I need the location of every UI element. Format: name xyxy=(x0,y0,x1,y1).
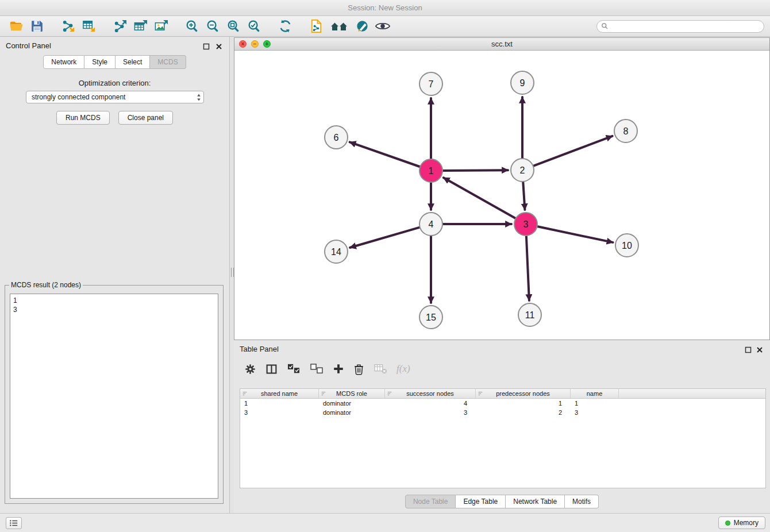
window-close-icon[interactable]: × xyxy=(239,40,247,48)
network-window-title: scc.txt xyxy=(491,40,513,48)
cell-predecessor-nodes[interactable]: 2 xyxy=(476,408,571,417)
tab-select[interactable]: Select xyxy=(116,55,150,69)
node-table: shared name MCDS role successor nodes pr… xyxy=(240,388,766,488)
cell-shared-name[interactable]: 1 xyxy=(240,399,319,408)
mcds-result-item[interactable]: 1 xyxy=(13,296,215,305)
export-table-icon[interactable] xyxy=(130,18,151,35)
save-session-icon[interactable] xyxy=(26,18,47,35)
column-visibility-icon[interactable] xyxy=(265,363,278,375)
graph-node-label: 4 xyxy=(429,219,434,229)
table-header-row: shared name MCDS role successor nodes pr… xyxy=(240,389,765,399)
cell-name[interactable]: 3 xyxy=(571,408,619,417)
graph-node-label: 7 xyxy=(429,79,434,89)
tab-mcds[interactable]: MCDS xyxy=(150,55,186,69)
column-header-predecessor-nodes[interactable]: predecessor nodes xyxy=(476,389,571,398)
cell-name[interactable]: 1 xyxy=(571,399,619,408)
zoom-fit-icon[interactable] xyxy=(223,18,244,35)
table-settings-icon[interactable] xyxy=(244,363,256,375)
open-file-icon[interactable] xyxy=(6,18,26,35)
graph-edge-3-1[interactable] xyxy=(444,178,515,218)
refresh-icon[interactable] xyxy=(275,18,295,35)
graph-edge-2-8[interactable] xyxy=(534,136,613,166)
import-network-icon[interactable] xyxy=(57,18,78,35)
close-table-panel-icon[interactable] xyxy=(756,345,763,352)
table-row[interactable]: 1 dominator 4 1 1 xyxy=(240,399,765,408)
panel-splitter[interactable] xyxy=(230,37,234,513)
graph-edge-1-6[interactable] xyxy=(350,142,420,167)
cell-successor-nodes[interactable]: 4 xyxy=(385,399,476,408)
search-input[interactable] xyxy=(609,22,764,30)
cell-predecessor-nodes[interactable]: 1 xyxy=(476,399,571,408)
cell-shared-name[interactable]: 3 xyxy=(240,408,319,417)
app-title-bar: Session: New Session xyxy=(0,0,770,16)
mcds-result-list[interactable]: 1 3 xyxy=(10,294,218,499)
network-canvas[interactable]: 7968124314101511 xyxy=(234,51,769,340)
control-panel-tabs: Network Style Select MCDS xyxy=(0,55,229,69)
mcds-result-item[interactable]: 3 xyxy=(13,305,215,314)
run-mcds-button[interactable]: Run MCDS xyxy=(56,111,110,125)
tab-edge-table[interactable]: Edge Table xyxy=(456,495,506,508)
memory-status-icon xyxy=(725,521,730,526)
apply-style-icon[interactable] xyxy=(352,18,372,35)
float-panel-icon[interactable] xyxy=(203,42,210,49)
network-graph[interactable]: 7968124314101511 xyxy=(234,51,769,340)
zoom-out-icon[interactable] xyxy=(202,18,223,35)
add-column-icon[interactable] xyxy=(333,363,344,375)
import-table-icon[interactable] xyxy=(78,18,99,35)
cell-mcds-role[interactable]: dominator xyxy=(319,399,385,408)
cell-successor-nodes[interactable]: 3 xyxy=(385,408,476,417)
search-icon xyxy=(601,22,609,30)
graph-node-label: 2 xyxy=(520,165,525,175)
function-builder-icon[interactable]: f(x) xyxy=(396,363,410,375)
graph-node-label: 11 xyxy=(525,310,535,320)
graph-edge-3-11[interactable] xyxy=(526,236,529,300)
graph-node-label: 8 xyxy=(623,126,629,136)
criterion-dropdown[interactable]: strongly connected component xyxy=(26,91,204,103)
column-header-name[interactable]: name xyxy=(571,389,619,398)
graph-edge-1-2[interactable] xyxy=(443,170,508,171)
float-table-panel-icon[interactable] xyxy=(745,345,752,352)
column-header-shared-name[interactable]: shared name xyxy=(240,389,319,398)
status-bar: Memory xyxy=(0,513,770,532)
close-panel-icon[interactable] xyxy=(215,42,222,49)
graph-node-label: 1 xyxy=(429,166,434,176)
deselect-all-rows-icon[interactable] xyxy=(310,363,324,375)
window-minimize-icon[interactable]: − xyxy=(251,40,259,48)
criterion-value: strongly connected component xyxy=(32,93,125,101)
column-header-mcds-role[interactable]: MCDS role xyxy=(319,389,385,398)
tab-network-table[interactable]: Network Table xyxy=(506,495,565,508)
zoom-in-icon[interactable] xyxy=(182,18,202,35)
graph-edge-2-3[interactable] xyxy=(523,182,525,210)
show-hide-icon[interactable] xyxy=(372,18,393,35)
dropdown-arrows-icon xyxy=(196,93,202,105)
export-network-icon[interactable] xyxy=(109,18,130,35)
sort-icon xyxy=(478,391,483,398)
tab-node-table[interactable]: Node Table xyxy=(405,495,456,508)
network-window-titlebar[interactable]: × − + scc.txt xyxy=(234,38,769,51)
cell-mcds-role[interactable]: dominator xyxy=(319,408,385,417)
zoom-selected-icon[interactable] xyxy=(244,18,264,35)
close-panel-button[interactable]: Close panel xyxy=(118,111,173,125)
window-zoom-icon[interactable]: + xyxy=(263,40,271,48)
table-toolbar: f(x) xyxy=(244,358,410,379)
delete-column-icon[interactable] xyxy=(353,363,364,375)
tab-network[interactable]: Network xyxy=(43,55,84,69)
tab-motifs[interactable]: Motifs xyxy=(565,495,599,508)
graph-edge-4-14[interactable] xyxy=(350,228,419,248)
memory-button[interactable]: Memory xyxy=(718,516,765,529)
show-panels-button[interactable] xyxy=(6,517,22,529)
mcds-result-group: MCDS result (2 nodes) 1 3 xyxy=(5,281,224,504)
tab-style[interactable]: Style xyxy=(84,55,116,69)
delete-table-icon[interactable] xyxy=(374,363,387,375)
table-panel-title: Table Panel xyxy=(240,345,279,353)
graph-edge-3-10[interactable] xyxy=(538,226,613,242)
table-panel-tabs: Node Table Edge Table Network Table Moti… xyxy=(234,495,770,508)
column-header-successor-nodes[interactable]: successor nodes xyxy=(385,389,476,398)
first-neighbors-icon[interactable] xyxy=(326,18,352,35)
table-row[interactable]: 3 dominator 3 2 3 xyxy=(240,408,765,417)
export-image-icon[interactable] xyxy=(151,18,171,35)
graph-node-label: 9 xyxy=(520,78,525,88)
select-all-rows-icon[interactable] xyxy=(287,363,301,375)
search-field[interactable] xyxy=(596,20,764,33)
network-file-icon[interactable] xyxy=(306,18,326,35)
